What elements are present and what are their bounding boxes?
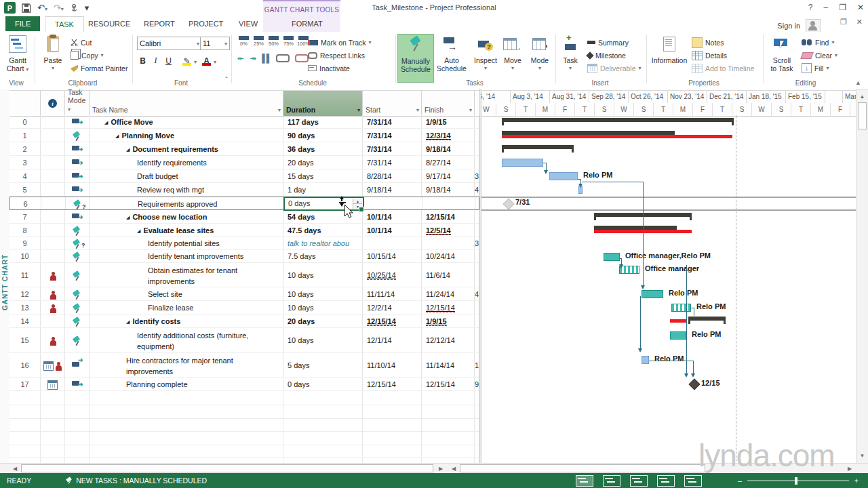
- row-number[interactable]: 1: [9, 129, 41, 142]
- start-cell[interactable]: 9/18/14: [363, 183, 422, 196]
- predecessor-sliver-cell[interactable]: [475, 328, 479, 352]
- task-mode-cell[interactable]: ?: [65, 237, 90, 249]
- format-painter-button[interactable]: Format Painter: [71, 62, 127, 75]
- indicator-cell[interactable]: [41, 224, 65, 237]
- predecessor-sliver-cell[interactable]: [475, 301, 479, 314]
- table-row[interactable]: 4➔Draft budget15 days8/28/149/17/143: [9, 169, 479, 183]
- predecessor-sliver-cell[interactable]: [475, 156, 479, 169]
- indicator-cell[interactable]: [41, 156, 65, 169]
- doc-close-icon[interactable]: ✕: [856, 18, 863, 26]
- start-header[interactable]: Start▾: [363, 91, 422, 116]
- row-number[interactable]: 15: [9, 328, 41, 352]
- task-name-cell[interactable]: Identify tenant improvements: [90, 250, 283, 262]
- task-name-cell[interactable]: Obtain estimates for tenant improvements: [90, 263, 283, 287]
- row-number[interactable]: 11: [9, 263, 41, 287]
- highlight-color-button[interactable]: ✎: [181, 55, 193, 66]
- start-cell[interactable]: 7/31/14: [363, 129, 422, 142]
- task-mode-cell[interactable]: ➔: [65, 378, 90, 390]
- row-number[interactable]: 14: [9, 314, 41, 327]
- start-cell[interactable]: 7/31/14: [363, 156, 422, 169]
- inactivate-button[interactable]: Inactivate: [308, 62, 350, 75]
- milestone-diamond[interactable]: [503, 199, 515, 210]
- gantt-bar-summary[interactable]: [688, 317, 726, 321]
- predecessor-sliver-cell[interactable]: 9: [475, 378, 479, 390]
- italic-button[interactable]: I: [150, 55, 161, 66]
- duration-cell[interactable]: 7.5 days: [283, 250, 363, 262]
- row-number[interactable]: 17: [9, 378, 41, 390]
- row-number[interactable]: 3: [9, 156, 41, 169]
- task-name-cell[interactable]: Identify additional costs (furniture, eq…: [90, 328, 283, 352]
- row-number-header[interactable]: [9, 91, 41, 116]
- add-to-timeline-button[interactable]: Add to Timeline: [692, 62, 754, 75]
- insert-deliverable-button[interactable]: Deliverable▾: [587, 62, 642, 75]
- indicator-cell[interactable]: [41, 287, 65, 300]
- milestone-diamond[interactable]: [689, 379, 701, 390]
- minimize-icon[interactable]: –: [823, 3, 828, 12]
- task-name-cell[interactable]: Planning complete: [90, 378, 283, 390]
- duration-cell[interactable]: 15 days: [283, 169, 363, 182]
- task-mode-cell[interactable]: ➔: [65, 353, 90, 377]
- indicator-cell[interactable]: [41, 301, 65, 314]
- tab-resource[interactable]: RESOURCE: [79, 16, 140, 31]
- predecessor-sliver-cell[interactable]: [475, 142, 479, 155]
- start-cell[interactable]: 12/2/14: [363, 301, 422, 314]
- predecessor-sliver-cell[interactable]: [475, 250, 479, 262]
- table-row[interactable]: 17➔Planning complete0 days12/15/1412/15/…: [9, 378, 479, 391]
- percent-complete-25-button[interactable]: 25%: [252, 36, 265, 47]
- auto-schedule-button[interactable]: → Auto Schedule: [435, 34, 468, 73]
- timescale-header[interactable]: 6, '14Aug 3, '14Aug 31, '14Sep 28, '14Oc…: [481, 90, 856, 117]
- zoom-slider[interactable]: – +: [738, 476, 859, 485]
- gantt-chart-pane[interactable]: 6, '14Aug 3, '14Aug 31, '14Sep 28, '14Oc…: [481, 89, 856, 463]
- finish-cell[interactable]: 12/15/14: [422, 210, 475, 223]
- tab-project[interactable]: PROJECT: [179, 16, 233, 31]
- help-icon[interactable]: ?: [808, 3, 813, 12]
- task-name-cell[interactable]: Requirements approved: [90, 197, 284, 209]
- finish-cell[interactable]: 12/12/14: [422, 328, 475, 352]
- task-mode-cell[interactable]: ➔: [65, 115, 90, 128]
- start-cell[interactable]: 12/1/14: [363, 328, 422, 352]
- resource-sheet-view-button[interactable]: [657, 475, 675, 487]
- gantt-bar-taskblue[interactable]: [642, 356, 649, 364]
- task-name-cell[interactable]: ◢Choose new location: [90, 210, 283, 223]
- task-name-cell[interactable]: Finalize lease: [90, 301, 283, 314]
- percent-complete-0-button[interactable]: 0%: [237, 36, 250, 47]
- finish-cell[interactable]: 11/14/14: [422, 353, 475, 377]
- indent-task-icon[interactable]: ↠: [250, 54, 256, 63]
- indicator-cell[interactable]: [41, 263, 65, 287]
- row-number[interactable]: 2: [9, 142, 41, 155]
- start-cell[interactable]: 7/31/14: [363, 115, 422, 128]
- finish-header[interactable]: Finish▾: [422, 91, 475, 116]
- duration-cell[interactable]: talk to realtor abou: [283, 237, 363, 249]
- fill-button[interactable]: ↓ Fill▾: [802, 62, 829, 75]
- unlink-tasks-icon[interactable]: [295, 54, 309, 62]
- font-dialog-launcher-icon[interactable]: ⌞: [225, 72, 228, 79]
- collapse-triangle-icon[interactable]: ◢: [115, 134, 119, 138]
- predecessor-sliver-cell[interactable]: 1: [475, 353, 479, 377]
- predecessor-sliver-cell[interactable]: [475, 263, 479, 287]
- duration-cell[interactable]: 20 days: [283, 314, 363, 327]
- chart-scroll-left-icon[interactable]: ◀: [449, 464, 458, 473]
- table-row[interactable]: 9?Identify potential sitestalk to realto…: [9, 237, 479, 250]
- table-row[interactable]: 13Finalize lease10 days12/2/1412/15/14: [9, 301, 479, 314]
- table-row[interactable]: 5➔Review req with mgt1 day9/18/149/18/14…: [9, 183, 479, 197]
- bold-button[interactable]: B: [137, 55, 149, 66]
- gantt-bar-taskteal[interactable]: [642, 290, 663, 298]
- predecessor-sliver-cell[interactable]: 3: [475, 169, 479, 182]
- restore-icon[interactable]: ❐: [839, 3, 846, 12]
- status-new-tasks[interactable]: NEW TASKS : MANUALLY SCHEDULED: [66, 476, 207, 485]
- table-row[interactable]: 0➔◢Office Move117 days7/31/141/9/15: [9, 115, 479, 129]
- information-button[interactable]: Information: [650, 34, 689, 64]
- collapse-triangle-icon[interactable]: ◢: [126, 147, 130, 152]
- finish-cell[interactable]: 1/9/15: [422, 115, 475, 128]
- row-number[interactable]: 5: [9, 183, 41, 196]
- task-mode-cell[interactable]: ➔: [65, 156, 90, 169]
- collapse-triangle-icon[interactable]: ◢: [126, 215, 130, 220]
- row-number[interactable]: 0: [9, 115, 41, 128]
- tab-report[interactable]: REPORT: [134, 16, 184, 31]
- start-cell[interactable]: 10/25/14: [363, 263, 422, 287]
- indicator-cell[interactable]: [41, 314, 65, 327]
- duration-cell[interactable]: 5 days: [283, 353, 363, 377]
- move-button[interactable]: → Move ▾: [499, 34, 526, 73]
- start-cell[interactable]: 12/15/14: [363, 378, 422, 390]
- redo-icon[interactable]: ↷▾: [54, 3, 64, 13]
